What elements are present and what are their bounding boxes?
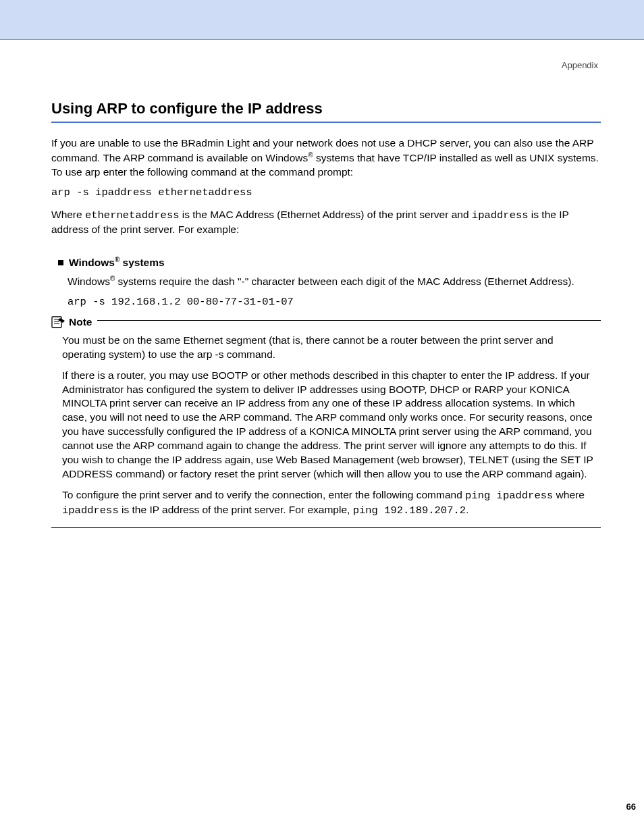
note-paragraph-1: You must be on the same Ethernet segment… [62, 334, 598, 362]
page-number: 66 [626, 802, 636, 812]
note-label: Note [69, 316, 92, 328]
arp-command-windows: arp -s 192.168.1.2 00-80-77-31-01-07 [68, 296, 601, 308]
note-p3a: To configure the print server and to ver… [62, 489, 465, 500]
reg-mark: ® [308, 151, 313, 159]
intro-paragraph-2: Where ethernetaddress is the MAC Address… [51, 208, 601, 237]
note-paragraph-3: To configure the print server and to ver… [62, 488, 598, 518]
code-ping-example: ping 192.189.207.2 [353, 504, 466, 517]
code-ping-ipaddress: ping ipaddress [465, 490, 553, 502]
code-ipaddress-2: ipaddress [62, 504, 119, 517]
section-title: Using ARP to configure the IP address [51, 100, 601, 118]
title-underline [51, 122, 601, 123]
appendix-label: Appendix [51, 40, 601, 70]
windows-heading-a: Windows [69, 257, 115, 268]
intro-text-2a: Where [51, 209, 85, 220]
windows-subheading: Windows® systems [58, 256, 601, 269]
note-p3c: is the IP address of the print server. F… [119, 504, 353, 515]
bullet-icon [58, 260, 63, 265]
intro-text-2b: is the MAC Address (Ethernet Address) of… [180, 209, 472, 220]
windows-heading-b: systems [119, 257, 164, 268]
arp-command-generic: arp -s ipaddress ethernetaddress [51, 186, 601, 199]
windows-body-b: systems require the dash "-" character b… [115, 276, 574, 287]
top-header-bar [0, 0, 644, 39]
note-p3d: . [466, 504, 468, 515]
code-ipaddress: ipaddress [472, 209, 529, 221]
windows-body-a: Windows [68, 276, 110, 287]
windows-body: Windows® systems require the dash "-" ch… [68, 274, 601, 289]
note-block: Note You must be on the same Ethernet se… [51, 320, 601, 528]
note-paragraph-2: If there is a router, you may use BOOTP … [62, 369, 598, 481]
note-p3b: where [553, 489, 585, 500]
code-ethernetaddress: ethernetaddress [85, 209, 180, 221]
intro-paragraph-1: If you are unable to use the BRadmin Lig… [51, 136, 601, 180]
note-header: Note [51, 315, 97, 328]
page-content: Appendix Using ARP to configure the IP a… [0, 40, 644, 528]
note-icon [51, 316, 66, 328]
